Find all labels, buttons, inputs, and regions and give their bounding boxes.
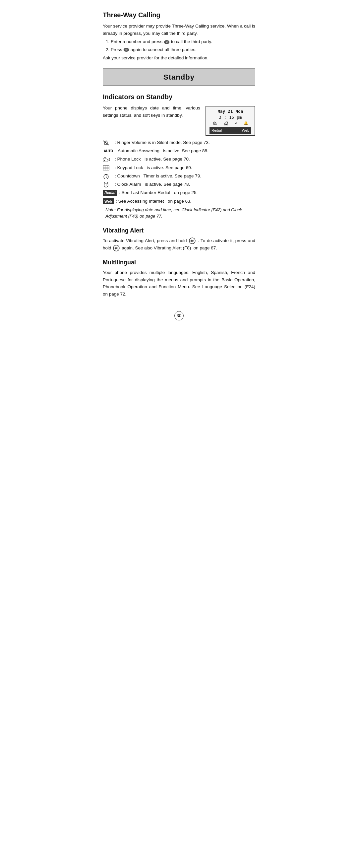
svg-rect-8 [225,124,227,125]
indicators-title: Indicators on Standby [103,92,255,102]
svg-text:✆: ✆ [165,41,168,44]
phone-display: May 21 Mon 3 : 15 pm [205,106,255,136]
indicator-web: Web : See Accessing Internet on page 63. [103,198,255,205]
display-date: May 21 Mon [209,108,251,115]
indicator-auto-text: : Automatic Answering is active. See pag… [116,148,255,154]
multilingual-section: Multilingual Your phone provides multipl… [103,258,255,298]
indicator-phone-lock-text: : Phone Lock is active. See page 70. [115,156,255,162]
web-softkey-icon: Web [103,198,115,205]
svg-line-14 [107,159,110,159]
indicators-list: : Ringer Volume is in Silent mode. See p… [103,139,255,205]
svg-text:✱↑: ✱↑ [190,239,195,243]
display-softkeys: Redial Web [209,127,251,134]
call-icon: ✆ [164,40,170,44]
indicator-countdown: : Countdown Timer is active. See page 79… [103,173,255,180]
indicators-note: Note: For displaying date and time, see … [105,207,255,220]
vibrate-icon-1: ✱↑ [188,238,198,243]
svg-rect-12 [103,159,107,162]
svg-line-31 [104,182,105,183]
three-way-calling-title: Three-Way Calling [103,10,255,20]
alarm-display-icon: 🔔 [243,121,248,125]
indicator-alarm-text: : Clock Alarm is active. See page 78. [115,181,255,188]
indicators-section: Indicators on Standby Your phone display… [103,92,255,220]
three-way-calling-intro: Your service provider may provide Three-… [103,23,255,37]
multilingual-title: Multilingual [103,258,255,267]
indicator-ringer-silent: : Ringer Volume is in Silent mode. See p… [103,139,255,146]
indicators-text: Your phone displays date and time, vario… [103,104,200,119]
softkey-web-display: Web [242,128,249,133]
step-1: Enter a number and press ✆ to call the t… [111,38,255,45]
three-way-calling-section: Three-Way Calling Your service provider … [103,10,255,62]
softkey-redial-display: Redial [211,128,222,133]
phone-lock-display-icon [224,121,231,125]
svg-rect-17 [103,165,109,170]
svg-text:✆: ✆ [125,49,128,52]
indicator-keypad-lock-text: : Keypad Lock is active. See page 69. [115,164,255,171]
indicator-phone-lock: : Phone Lock is active. See page 70. [103,156,255,162]
three-way-calling-footer: Ask your service provider for the detail… [103,54,255,62]
svg-text:✱↑: ✱↑ [115,246,119,250]
svg-rect-13 [104,160,105,161]
indicators-header: Your phone displays date and time, vario… [103,104,255,136]
indicator-web-text: : See Accessing Internet on page 63. [116,198,255,205]
multilingual-body: Your phone provides multiple languages: … [103,269,255,298]
indicator-redial-text: : See Last Number Redial on page 25. [119,189,255,196]
call-icon-2: ✆ [123,48,129,52]
svg-line-32 [107,182,108,183]
ringer-silent-icon [213,121,220,125]
indicators-intro: Your phone displays date and time, vario… [103,104,200,119]
ringer-silent-icon [103,139,113,146]
countdown-icon [103,173,113,180]
vibrate-icon-2: ✱↑ [112,245,122,250]
display-time: 3 : 15 pm [209,115,251,120]
vibrating-alert-section: Vibrating Alert To activate Vibrating Al… [103,226,255,251]
keypad-lock-icon [103,164,113,171]
phone-lock-icon [103,156,113,162]
indicator-alarm: : Clock Alarm is active. See page 78. [103,181,255,188]
redial-softkey-icon: Redial [103,189,118,196]
svg-line-15 [107,160,110,161]
vibrating-alert-title: Vibrating Alert [103,226,255,235]
page-footer: 30 [103,311,255,320]
display-icons: ↩ 🔔 [209,121,251,126]
indicator-auto: AUTO : Automatic Answering is active. Se… [103,148,255,154]
countdown-display-icon: ↩ [235,121,237,125]
page-number: 30 [174,311,184,320]
indicator-keypad-lock: : Keypad Lock is active. See page 69. [103,164,255,171]
indicator-redial: Redial : See Last Number Redial on page … [103,189,255,196]
standby-banner: Standby [103,68,255,86]
alarm-icon [103,181,113,188]
indicator-countdown-text: : Countdown Timer is active. See page 79… [115,173,255,180]
svg-line-25 [106,177,107,178]
step-2: Press ✆ again to connect all three parti… [111,46,255,53]
auto-icon: AUTO [103,148,114,154]
indicator-ringer-silent-text: : Ringer Volume is in Silent mode. See p… [115,139,255,146]
vibrating-alert-body: To activate Vibrating Alert, press and h… [103,237,255,251]
